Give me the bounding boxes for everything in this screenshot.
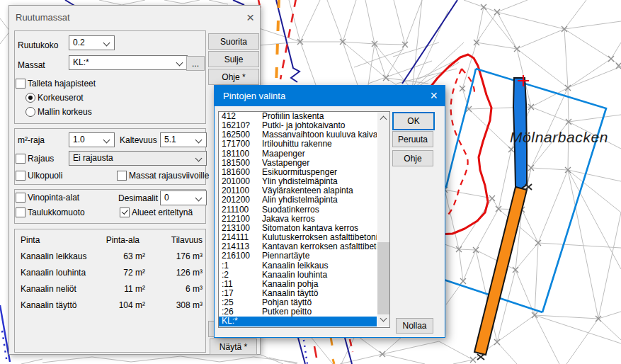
table-cell: 104 m² xyxy=(83,300,145,310)
tick-marker-bottom xyxy=(477,354,484,360)
ruutukoko-label: Ruutukoko xyxy=(18,40,58,50)
massat-label: Massat xyxy=(18,60,45,70)
list-item[interactable]: 211100Suodatinkerros xyxy=(219,205,377,215)
tick-marker-top xyxy=(525,184,532,190)
list-item[interactable]: :11Kanaalin pohja xyxy=(219,280,377,289)
korkeuserot-radio[interactable] xyxy=(25,93,35,103)
alueet-checkbox[interactable] xyxy=(120,207,130,217)
taulukkomuoto-label[interactable]: Taulukkomuoto xyxy=(28,207,85,217)
korkeuserot-label[interactable]: Korkeuserot xyxy=(38,93,84,103)
alueet-label[interactable]: Alueet eriteltynä xyxy=(132,207,193,217)
massat-rajausviivoille-label[interactable]: Massat rajausviivoille xyxy=(129,171,209,181)
m2-raja-label: m²-raja xyxy=(18,135,45,145)
scrollbar-thumb[interactable] xyxy=(377,242,389,314)
list-item[interactable]: 216100Piennartäyte xyxy=(219,251,377,261)
talleta-checkbox[interactable] xyxy=(16,79,25,89)
table-row-label: Kanaalin neliöt xyxy=(21,284,76,294)
table-cell: 11 m² xyxy=(83,284,145,294)
ruutukoko-combobox[interactable]: 0.2 xyxy=(69,35,115,50)
close-icon[interactable]: × xyxy=(430,89,438,103)
screen: { "background": { "place_label": "Mölnar… xyxy=(0,0,621,364)
channel-strip-orange xyxy=(474,187,527,355)
table-cell: 63 m² xyxy=(83,251,145,261)
talleta-label[interactable]: Talleta hajapisteet xyxy=(28,79,96,89)
ulkopuoli-label[interactable]: Ulkopuoli xyxy=(28,171,62,181)
dialog-pintojen-valinta: Pintojen valinta × 412Profiilin laskenta… xyxy=(214,85,445,338)
list-item[interactable]: :17Kanaalin täyttö xyxy=(219,289,377,298)
ohje-button[interactable]: Ohje * xyxy=(208,69,259,85)
mallin-korkeus-radio[interactable] xyxy=(25,107,35,117)
sulje-button[interactable]: Sulje xyxy=(208,51,259,67)
ohje-button[interactable]: Ohje xyxy=(392,150,433,166)
rajaus-label[interactable]: Rajaus xyxy=(28,154,54,164)
table-row-label: Kanaalin leikkaus xyxy=(21,251,86,261)
suorita-button[interactable]: Suorita xyxy=(208,33,259,50)
peruuta-button[interactable]: Peruuta xyxy=(392,131,433,147)
massat-combobox[interactable]: KL:* xyxy=(69,55,188,70)
mallin-korkeus-label[interactable]: Mallin korkeus xyxy=(38,107,92,117)
list-item[interactable]: :26Putken peitto xyxy=(219,307,377,317)
table-row-label: Kanaalin täyttö xyxy=(21,300,76,310)
table-cell: 176 m³ xyxy=(142,251,203,261)
list-item[interactable]: :1Kanaalin leikkaus xyxy=(219,261,377,271)
vinopinta-checkbox[interactable] xyxy=(16,193,25,203)
vinopinta-label[interactable]: Vinopinta-alat xyxy=(28,193,79,203)
table-header-pinta-ala: Pinta-ala xyxy=(83,235,139,245)
table-cell: 308 m³ xyxy=(142,300,203,310)
kaltevuus-combobox[interactable]: 5.1 xyxy=(160,132,207,147)
table-cell: 126 m³ xyxy=(142,268,203,278)
list-item[interactable]: 171700Irtilouhittu rakenne xyxy=(219,140,377,149)
close-icon[interactable]: × xyxy=(246,11,254,24)
desimaalit-label: Desimaalit xyxy=(118,193,158,203)
ok-button[interactable]: OK xyxy=(392,112,435,130)
map-label-molnarbacken: Mölnarbacken xyxy=(510,129,608,146)
list-item-selected[interactable]: KL:* xyxy=(219,317,377,326)
list-item[interactable]: :2Kanaalin louhinta xyxy=(219,271,377,280)
table-row-label: Kanaalin louhinta xyxy=(21,268,86,278)
scroll-down-button[interactable] xyxy=(377,314,389,326)
browse-button[interactable]: ... xyxy=(186,56,205,71)
rajaus-checkbox[interactable] xyxy=(16,154,25,164)
list-item[interactable]: 212100Jakava kerros xyxy=(219,215,377,224)
list-item[interactable]: 181100Maapenger xyxy=(219,149,377,159)
rajaus-combobox[interactable]: Ei rajausta xyxy=(69,151,207,166)
table-header-tilavuus: Tilavuus xyxy=(142,235,203,245)
list-item[interactable]: :25Pohjan täyttö xyxy=(219,298,377,307)
nayta-button[interactable]: Näytä * xyxy=(210,339,257,355)
table-header-pinta: Pinta xyxy=(21,235,40,245)
surface-listbox[interactable]: 412Profiilin laskenta 16210?Putki- ja jo… xyxy=(218,111,390,328)
scrollbar[interactable] xyxy=(377,112,389,326)
massat-rajausviivoille-checkbox[interactable] xyxy=(117,171,127,181)
table-cell: 6 m³ xyxy=(142,284,203,294)
desimaalit-combobox[interactable]: 0 xyxy=(160,190,207,205)
m2-raja-combobox[interactable]: 1.0 xyxy=(69,132,115,147)
nollaa-button[interactable]: Nollaa xyxy=(396,318,433,334)
scroll-up-button[interactable] xyxy=(377,112,389,124)
kaltevuus-label: Kaltevuus xyxy=(120,135,157,145)
ulkopuoli-checkbox[interactable] xyxy=(16,171,25,181)
list-item[interactable]: 201200Alin yhdistelmäpinta xyxy=(219,195,377,205)
dialog-title: Ruutumassat xyxy=(16,12,70,23)
dialog-title: Pintojen valinta xyxy=(223,91,285,101)
taulukkomuoto-checkbox[interactable] xyxy=(16,207,25,217)
list-item[interactable]: 181500Vastapenger xyxy=(219,159,377,168)
table-cell: 72 m² xyxy=(83,268,145,278)
